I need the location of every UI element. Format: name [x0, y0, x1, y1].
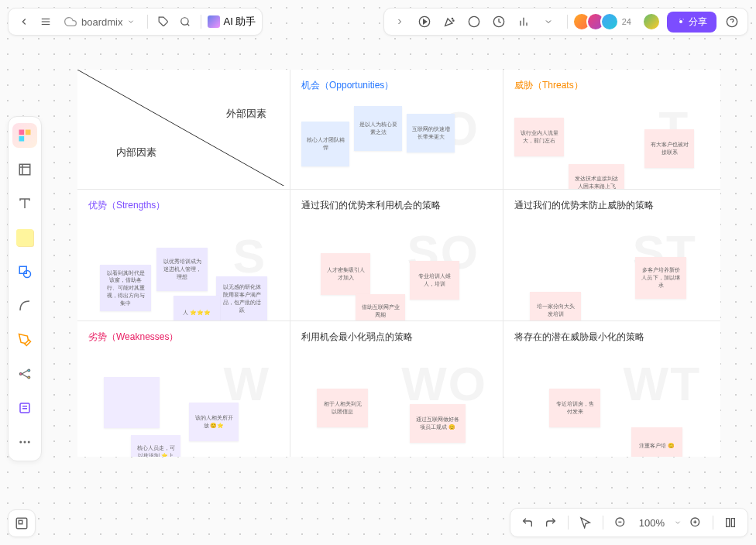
divider — [201, 15, 201, 29]
svg-line-28 — [22, 371, 28, 375]
svg-point-9 — [469, 16, 479, 26]
svg-rect-17 — [26, 130, 31, 135]
st-cell: 通过我们的优势来防止威胁的策略 ST 多客户培养新价人员 下，加以继承 培一家分… — [503, 190, 720, 321]
side-toolbar — [8, 116, 42, 461]
sticky-note[interactable]: 相于人相关到无以团信息 — [317, 389, 368, 427]
sticky-note[interactable]: 该的人相关所开放 😊⭐ — [189, 403, 239, 441]
sticky-note[interactable]: 核心人才团队精悍 — [301, 122, 349, 166]
layers-button[interactable] — [8, 509, 36, 537]
chart-button[interactable] — [514, 12, 533, 31]
ai-label: AI 助手 — [223, 15, 256, 29]
more-tools[interactable] — [12, 430, 37, 454]
share-button[interactable]: 分享 — [667, 12, 716, 33]
back-button[interactable] — [15, 12, 33, 31]
sticky-note[interactable]: 以优秀培训成为迷进机人管理，理想 — [156, 248, 208, 291]
sticky-note[interactable]: 发达技术直接到达人困未来路上飞 — [569, 164, 624, 190]
sticky-note[interactable]: 借助互联网产业周期 — [356, 294, 405, 321]
brand-dropdown[interactable]: boardmix — [58, 15, 141, 28]
svg-point-7 — [452, 18, 452, 19]
redo-button[interactable] — [541, 513, 560, 532]
play-button[interactable] — [415, 12, 434, 31]
sticky-note[interactable]: 互联网的快速增长带来更大 — [407, 114, 455, 153]
document-tool[interactable] — [12, 396, 37, 420]
brand-label: boardmix — [81, 16, 122, 28]
sticky-note[interactable]: 该行业内人流量大，前门左右 — [514, 118, 564, 156]
sticky-note[interactable]: 有大客户也被对接联系 — [644, 129, 694, 168]
sticky-note[interactable]: 人 ⭐⭐⭐ — [174, 296, 220, 321]
history-button[interactable] — [490, 12, 508, 31]
celebrate-button[interactable] — [440, 12, 459, 31]
svg-point-25 — [19, 373, 22, 375]
so-title: 通过我们的优势来利用机会的策略 — [301, 199, 492, 212]
svg-point-26 — [28, 369, 30, 372]
wt-cell: 将存在的潜在威胁最小化的策略 WT 专近培训房，售付发来 注重客户培 😊 — [503, 321, 720, 457]
sticky-note[interactable]: 培一家分向大头发培训 — [530, 292, 581, 321]
undo-button[interactable] — [518, 513, 537, 532]
cursor-button[interactable] — [576, 513, 595, 532]
zoom-in-button[interactable] — [686, 513, 705, 532]
ai-icon — [208, 15, 220, 28]
sticky-note[interactable]: 通过互联网做好各项员工规成 😊 — [410, 404, 466, 443]
svg-rect-19 — [19, 164, 30, 175]
text-tool[interactable] — [12, 191, 37, 216]
sticky-note[interactable]: 是以人为核心要素之法 — [354, 106, 402, 151]
sticky-note[interactable]: 专近培训房，售付发来 — [549, 389, 600, 427]
connector-tool[interactable] — [12, 293, 37, 318]
opportunities-cell: 机会（Opportunities） O 核心人才团队精悍 是以人为核心要素之法 … — [290, 70, 503, 190]
threats-title: 威胁（Threats） — [514, 79, 710, 92]
minimap-button[interactable] — [721, 513, 740, 532]
watermark: WT — [624, 356, 701, 411]
sticky-note[interactable]: 核心人员走，可以批该制 ⭐上培的借助 — [131, 435, 180, 457]
sticky-tool[interactable] — [12, 225, 37, 250]
comment-button[interactable] — [465, 12, 483, 31]
divider — [713, 516, 713, 530]
menu-button[interactable] — [36, 12, 55, 31]
chevron-down-icon — [674, 519, 682, 526]
mindmap-tool[interactable] — [12, 362, 37, 386]
opportunities-title: 机会（Opportunities） — [301, 79, 492, 92]
so-cell: 通过我们的优势来利用机会的策略 SO 人才密集吸引人才加入 专业培训人维人，培训… — [290, 190, 503, 321]
pen-tool[interactable] — [12, 327, 37, 352]
zoom-level[interactable]: 100% — [634, 517, 669, 529]
watermark: WO — [401, 356, 487, 411]
strengths-title: 优势（Strengths） — [88, 199, 279, 212]
avatar — [600, 12, 619, 31]
shape-tool[interactable] — [12, 259, 37, 284]
ai-assistant-button[interactable]: AI 助手 — [208, 15, 256, 29]
wt-title: 将存在的潜在威胁最小化的策略 — [514, 331, 710, 344]
sticky-icon — [16, 229, 33, 246]
svg-marker-6 — [423, 19, 426, 23]
tag-button[interactable] — [154, 12, 173, 31]
svg-line-4 — [187, 24, 190, 26]
divider — [603, 516, 603, 530]
frame-tool[interactable] — [12, 157, 37, 182]
swot-header-cell: 外部因素 内部因素 — [77, 70, 290, 190]
current-user-avatar[interactable] — [642, 12, 661, 31]
avatars[interactable]: 24 — [577, 12, 631, 31]
divider — [568, 516, 569, 530]
sticky-note[interactable]: 以无感的研化体院用要客户满产品，包产批的活跃 — [216, 276, 267, 321]
svg-point-27 — [28, 376, 30, 379]
sticky-note[interactable]: 人才密集吸引人才加入 — [321, 253, 370, 295]
wo-cell: 利用机会最小化弱点的策略 WO 相于人相关到无以团信息 通过互联网做好各项员工规… — [290, 321, 503, 457]
threats-cell: 威胁（Threats） T 该行业内人流量大，前门左右 有大客户也被对接联系 发… — [503, 70, 720, 190]
sticky-note[interactable]: 注重客户培 😊 — [631, 427, 682, 457]
st-title: 通过我们的优势来防止威胁的策略 — [514, 199, 710, 212]
sticky-note[interactable] — [104, 377, 160, 428]
svg-line-36 — [77, 70, 290, 186]
chevron-down-icon — [127, 18, 135, 26]
expand-button[interactable] — [390, 12, 409, 31]
sticky-note[interactable]: 以看到其时代是该窗，借助各行、可能对其重视，得出方向与集中 — [100, 265, 151, 311]
templates-tool[interactable] — [12, 123, 37, 148]
sticky-note[interactable]: 多客户培养新价人员 下，加以继承 — [635, 257, 686, 299]
more-button[interactable] — [539, 12, 558, 31]
svg-point-35 — [28, 441, 30, 444]
canvas[interactable]: 外部因素 内部因素 机会（Opportunities） O 核心人才团队精悍 是… — [77, 70, 720, 457]
search-button[interactable] — [176, 12, 194, 31]
help-button[interactable] — [723, 12, 741, 31]
svg-rect-16 — [19, 130, 25, 135]
svg-point-3 — [181, 18, 188, 25]
zoom-out-button[interactable] — [611, 513, 630, 532]
wo-title: 利用机会最小化弱点的策略 — [301, 331, 492, 344]
sticky-note[interactable]: 专业培训人维人，培训 — [410, 261, 459, 300]
